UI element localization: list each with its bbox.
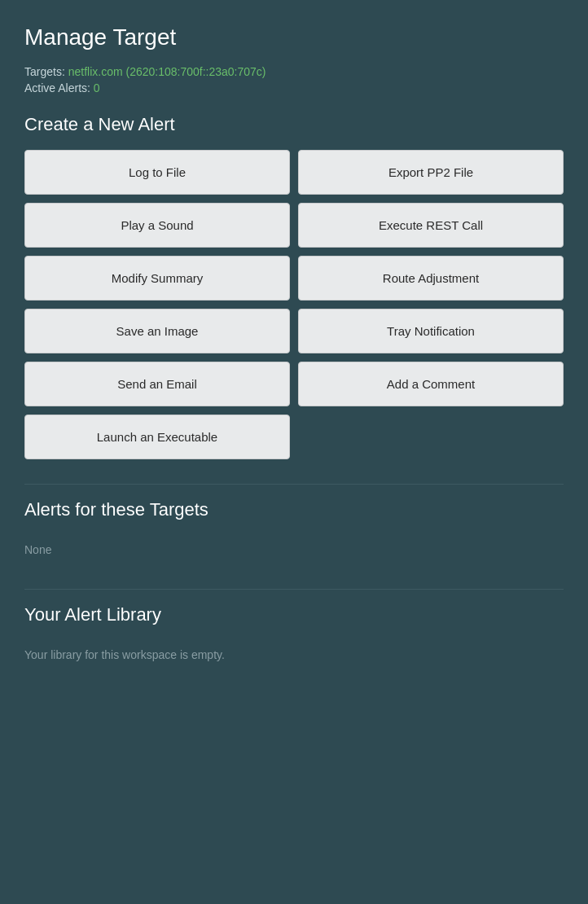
targets-value: netflix.com (2620:108:700f::23a0:707c) [68, 65, 266, 78]
tray-notification-button[interactable]: Tray Notification [298, 309, 564, 353]
page-title: Manage Target [24, 24, 564, 50]
targets-row: Targets: netflix.com (2620:108:700f::23a… [24, 65, 564, 78]
divider-2 [24, 589, 564, 590]
play-a-sound-button[interactable]: Play a Sound [24, 203, 290, 248]
export-pp2-file-button[interactable]: Export PP2 File [298, 150, 564, 195]
alerts-for-targets-section: Alerts for these Targets None [24, 499, 564, 564]
active-alerts-label: Active Alerts: [24, 81, 90, 94]
send-an-email-button[interactable]: Send an Email [24, 362, 290, 406]
route-adjustment-button[interactable]: Route Adjustment [298, 256, 564, 301]
single-button-row: Launch an Executable [24, 415, 564, 459]
save-an-image-button[interactable]: Save an Image [24, 309, 290, 353]
log-to-file-button[interactable]: Log to File [24, 150, 290, 195]
launch-an-executable-button[interactable]: Launch an Executable [24, 415, 290, 459]
create-alert-title: Create a New Alert [24, 114, 564, 135]
modify-summary-button[interactable]: Modify Summary [24, 256, 290, 301]
alert-buttons-grid: Log to File Export PP2 File Play a Sound… [24, 150, 564, 406]
library-empty-text: Your library for this workspace is empty… [24, 640, 564, 669]
active-alerts-value: 0 [94, 81, 100, 94]
alerts-for-targets-title: Alerts for these Targets [24, 499, 564, 520]
execute-rest-call-button[interactable]: Execute REST Call [298, 203, 564, 248]
divider-1 [24, 484, 564, 485]
alert-library-section: Your Alert Library Your library for this… [24, 604, 564, 669]
active-alerts-row: Active Alerts: 0 [24, 81, 564, 94]
add-a-comment-button[interactable]: Add a Comment [298, 362, 564, 406]
alert-library-title: Your Alert Library [24, 604, 564, 625]
info-section: Targets: netflix.com (2620:108:700f::23a… [24, 65, 564, 94]
targets-label: Targets: [24, 65, 65, 78]
alerts-none-text: None [24, 535, 564, 564]
